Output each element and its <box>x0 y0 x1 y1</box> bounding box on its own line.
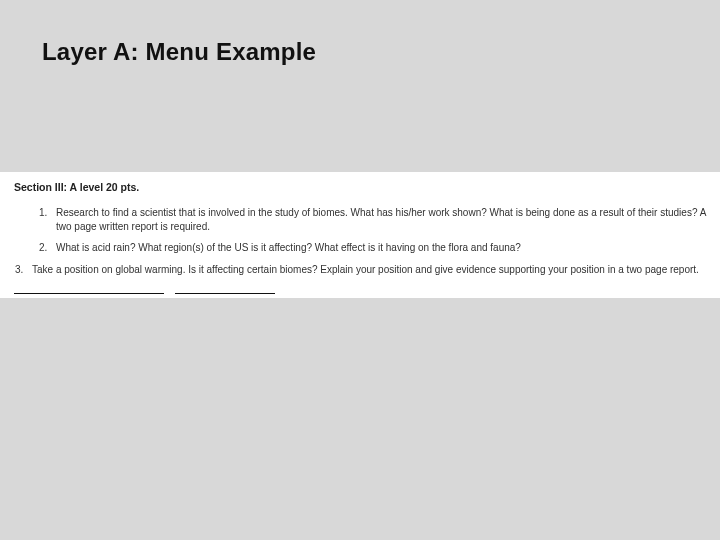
list-item-text: What is acid rain? What region(s) of the… <box>56 242 521 253</box>
list-item: What is acid rain? What region(s) of the… <box>50 241 706 255</box>
blank-line-segment <box>175 285 275 294</box>
question-list: Research to find a scientist that is inv… <box>14 206 706 276</box>
list-item: Take a position on global warming. Is it… <box>26 263 706 277</box>
list-item: Research to find a scientist that is inv… <box>50 206 706 233</box>
slide-title: Layer A: Menu Example <box>42 38 316 66</box>
embedded-document: Section III: A level 20 pts. Research to… <box>0 172 720 298</box>
list-item-text: Take a position on global warming. Is it… <box>32 264 699 275</box>
section-header: Section III: A level 20 pts. <box>14 180 706 194</box>
list-item-text: Research to find a scientist that is inv… <box>56 207 706 232</box>
slide: Layer A: Menu Example Section III: A lev… <box>0 0 720 540</box>
signature-line <box>14 284 706 298</box>
blank-line-segment <box>14 285 164 294</box>
